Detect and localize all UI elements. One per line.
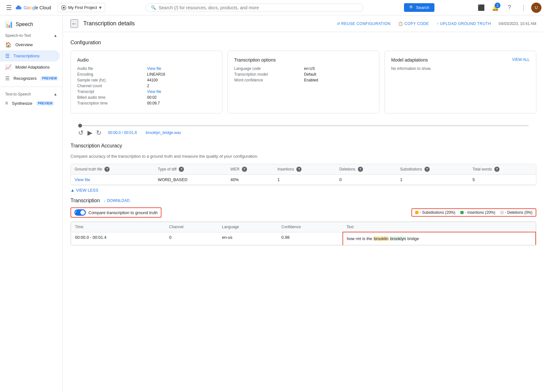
transcript-link[interactable]: View file — [147, 89, 216, 94]
substitutions-help-icon[interactable]: ? — [424, 167, 430, 172]
chevron-up-icon: ▲ — [70, 188, 75, 193]
cloud-icon — [15, 4, 22, 11]
compare-toggle-container: ✓ Compare transcription to ground truth — [70, 207, 161, 218]
transcription-title: Transcription — [70, 198, 100, 204]
play-button[interactable]: ▶ — [87, 129, 92, 137]
accuracy-ground-truth-cell: View file — [71, 175, 154, 185]
notifications-button[interactable]: 🔔 2 — [489, 1, 502, 14]
trans-text-cell: how old is the brooklin brooklyn bridge — [343, 232, 536, 245]
screen-share-icon: ⬛ — [478, 4, 485, 11]
insertions-help-icon[interactable]: ? — [296, 167, 301, 172]
billed-audio-row: Billed audio time 00:02 — [77, 95, 216, 100]
transcription-header: Transcription ↓ DOWNLOAD — [70, 198, 536, 204]
configuration-title: Configuration — [70, 40, 536, 46]
insertions-dot — [460, 211, 464, 214]
google-cloud-logo: Google Cloud — [15, 4, 51, 11]
legend-area: - Substitutions (20%) - Insertions (20%)… — [411, 208, 536, 217]
project-selector[interactable]: My First Project ▾ — [58, 3, 105, 12]
audio-player: ↺ ▶ ↻ 00:00.0 / 00:01.8 brooklyn_bridge.… — [70, 121, 536, 140]
audio-filename-link[interactable]: brooklyn_bridge.wav — [146, 130, 181, 135]
download-icon: ↓ — [104, 198, 106, 203]
menu-button[interactable]: ☰ — [3, 1, 15, 14]
total-words-help-icon[interactable]: ? — [494, 167, 499, 172]
tts-section-header[interactable]: Text-to-Speech ▲ — [0, 89, 62, 98]
model-adapt-header: Model adaptations VIEW ALL — [391, 57, 530, 66]
trans-text-content: how old is the brooklin brooklyn bridge — [347, 235, 532, 242]
model-adapt-title: Model adaptations — [391, 57, 428, 63]
trans-table-header-row: Time Channel Language Confidence Text — [71, 222, 536, 232]
sidebar-item-transcriptions[interactable]: ☰ Transcriptions — [0, 50, 60, 62]
view-all-link[interactable]: VIEW ALL — [512, 57, 530, 62]
col-deletions: Deletions ? — [335, 164, 396, 175]
config-cards: Audio Audio file View file Encoding LINE… — [70, 51, 536, 113]
sample-rate-row: Sample rate (hz) 44100 — [77, 78, 216, 82]
audio-progress-bar[interactable] — [78, 125, 529, 126]
col-confidence: Confidence — [277, 222, 342, 232]
sidebar-item-synthesize[interactable]: ≡ Synthesize PREVIEW — [0, 98, 60, 109]
user-avatar[interactable]: U — [531, 3, 541, 13]
word-brooklyn-insertion: brooklyn — [390, 236, 406, 241]
back-button[interactable]: ← — [70, 19, 78, 28]
trans-model-row: Transcription model Default — [234, 72, 373, 77]
sidebar-item-model-adaptations[interactable]: 📈 Model Adaptations — [0, 62, 60, 73]
legend-insertions: - Insertions (20%) — [460, 210, 495, 215]
sidebar-item-label: Transcriptions — [13, 54, 39, 58]
chart-icon: 📈 — [5, 64, 12, 70]
compare-toggle-label: Compare transcription to ground truth — [88, 210, 158, 215]
legend-substitutions: - Substitutions (20%) — [415, 210, 455, 215]
preview-badge-tts: PREVIEW — [36, 101, 54, 106]
menu-icon: ☰ — [6, 4, 12, 12]
help-button[interactable]: ? — [503, 1, 516, 14]
secondary-toolbar: ← Transcription details ↺ REUSE CONFIGUR… — [63, 15, 544, 32]
word-confidence-row: Word confidence Enabled — [234, 78, 373, 82]
topbar: ☰ Google Cloud My First Project ▾ 🔍 🔍 Se… — [0, 0, 544, 15]
col-wer: WER ? — [227, 164, 274, 175]
sidebar: 📊 Speech Speech-to-Text ▲ 🏠 Overview ☰ T… — [0, 15, 63, 392]
home-icon: 🏠 — [5, 42, 12, 48]
rewind-button[interactable]: ↺ — [78, 129, 84, 137]
upload-ground-truth-button[interactable]: ↑ UPLOAD GROUND TRUTH — [434, 20, 494, 28]
transcription-options-card: Transcription options Language code en-U… — [227, 51, 379, 113]
logo-text: Google Cloud — [24, 5, 51, 10]
speech-icon: 📊 — [5, 21, 13, 28]
trans-confidence-cell: 0.98 — [277, 232, 342, 245]
audio-card: Audio Audio file View file Encoding LINE… — [70, 51, 222, 113]
view-file-link[interactable]: View file — [75, 177, 90, 182]
deletions-dot — [500, 211, 504, 214]
view-less-button[interactable]: ▲ VIEW LESS — [70, 188, 536, 193]
download-button[interactable]: ↓ DOWNLOAD — [104, 198, 130, 203]
audio-file-link[interactable]: View file — [147, 66, 216, 71]
ground-truth-help-icon[interactable]: ? — [104, 167, 110, 172]
sidebar-item-label: Overview — [15, 42, 33, 47]
synthesize-icon: ≡ — [5, 100, 8, 106]
col-language: Language — [218, 222, 278, 232]
substitutions-dot — [415, 211, 418, 214]
col-time: Time — [71, 222, 166, 232]
preview-badge: PREVIEW — [40, 76, 58, 81]
compare-toggle[interactable]: ✓ — [74, 209, 86, 216]
product-header: 📊 Speech — [0, 18, 62, 31]
accuracy-insertions-cell: 1 — [274, 175, 335, 185]
reuse-config-button[interactable]: ↺ REUSE CONFIGURATION — [334, 20, 393, 28]
transcription-table: Time Channel Language Confidence Text 00… — [71, 222, 536, 245]
screen-share-button[interactable]: ⬛ — [475, 1, 488, 14]
help-icon: ? — [508, 4, 511, 11]
type-of-diff-help-icon[interactable]: ? — [179, 167, 184, 172]
sidebar-item-recognizers[interactable]: ☰ Recognizers PREVIEW — [0, 73, 60, 84]
fast-forward-button[interactable]: ↻ — [96, 129, 102, 137]
sidebar-item-label: Recognizers — [13, 76, 37, 81]
wer-help-icon[interactable]: ? — [242, 167, 247, 172]
reuse-icon: ↺ — [337, 21, 340, 26]
transcription-time-row: Transcription time 00:09.7 — [77, 101, 216, 105]
project-name: My First Project — [68, 5, 97, 10]
stt-section-header[interactable]: Speech-to-Text ▲ — [0, 31, 62, 39]
audio-time: 00:00.0 / 00:01.8 — [108, 130, 137, 135]
more-icon: ⋮ — [521, 4, 526, 11]
deletions-help-icon[interactable]: ? — [358, 167, 363, 172]
sidebar-item-overview[interactable]: 🏠 Overview — [0, 39, 60, 50]
search-button[interactable]: 🔍 Search — [404, 3, 434, 12]
copy-code-button[interactable]: 📋 COPY CODE — [396, 20, 432, 28]
search-input[interactable] — [159, 5, 358, 10]
more-options-button[interactable]: ⋮ — [517, 1, 530, 14]
word-brooklin-substitution: brooklin — [374, 236, 389, 241]
